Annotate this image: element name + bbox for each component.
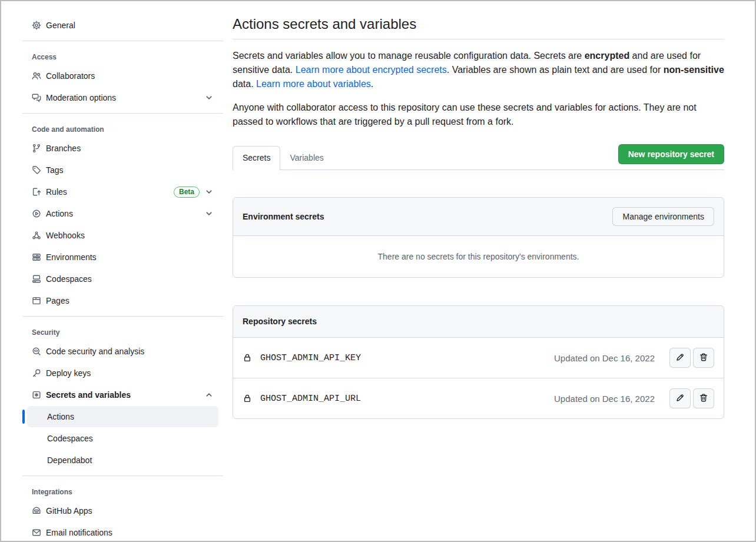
repository-settings-page: General Access Collaborators Moderation … [0, 0, 756, 542]
lock-icon [243, 353, 252, 363]
repository-secrets-header: Repository secrets [233, 306, 724, 337]
sidebar-item-codespaces[interactable]: Codespaces [27, 268, 218, 290]
sidebar-item-label: GitHub Apps [46, 505, 92, 517]
lock-icon [243, 394, 252, 403]
learn-more-variables-link[interactable]: Learn more about variables [256, 79, 371, 89]
pencil-icon [675, 353, 685, 364]
sidebar-item-label: Tags [46, 164, 64, 176]
secret-row-actions [669, 388, 714, 408]
sidebar-section-title-code-and-automation: Code and automation [22, 118, 223, 137]
delete-secret-button[interactable] [693, 348, 714, 368]
sidebar-item-label: Collaborators [46, 70, 95, 82]
sidebar-item-webhooks[interactable]: Webhooks [27, 225, 218, 246]
page-title: Actions secrets and variables [233, 15, 724, 39]
sidebar-item-label: Code security and analysis [46, 345, 144, 357]
codespaces-icon [32, 274, 41, 284]
beta-badge: Beta [174, 187, 200, 198]
sidebar-item-rules[interactable]: Rules Beta [27, 181, 218, 202]
git-branch-icon [32, 144, 41, 153]
sidebar-divider [22, 41, 223, 41]
key-icon [32, 368, 41, 378]
pencil-icon [675, 393, 685, 404]
environment-secrets-title: Environment secrets [243, 211, 324, 223]
repository-secrets-title: Repository secrets [243, 315, 317, 328]
sidebar-item-secrets-and-variables[interactable]: Secrets and variables [27, 384, 218, 405]
intro-text: data. [233, 79, 256, 89]
note-paragraph: Anyone with collaborator access to this … [233, 101, 724, 129]
sidebar-item-pages[interactable]: Pages [27, 290, 218, 311]
settings-sidebar: General Access Collaborators Moderation … [1, 1, 223, 541]
sidebar-item-moderation-options[interactable]: Moderation options [27, 87, 218, 108]
tag-icon [32, 165, 41, 175]
sidebar-item-code-security[interactable]: Code security and analysis [27, 341, 218, 362]
sidebar-item-label: Moderation options [46, 92, 116, 104]
environment-secrets-header: Environment secrets Manage environments [233, 198, 724, 235]
sidebar-section-title-security: Security [22, 321, 223, 340]
sidebar-item-actions[interactable]: Actions [27, 203, 218, 224]
intro-bold-non-sensitive: non-sensitive [664, 65, 724, 75]
intro-bold-encrypted: encrypted [585, 51, 629, 61]
chevron-down-icon [204, 93, 214, 102]
manage-environments-button[interactable]: Manage environments [612, 207, 714, 226]
chevron-down-icon [204, 187, 214, 197]
secret-row-actions [669, 348, 714, 368]
sidebar-item-collaborators[interactable]: Collaborators [27, 65, 218, 87]
sidebar-item-label: Email notifications [46, 527, 112, 538]
sidebar-item-label: Codespaces [46, 273, 92, 285]
browser-icon [32, 296, 41, 305]
sidebar-item-environments[interactable]: Environments [27, 247, 218, 268]
sidebar-divider [22, 476, 223, 476]
edit-secret-button[interactable] [669, 348, 691, 368]
tab-variables[interactable]: Variables [280, 147, 333, 169]
sidebar-item-general[interactable]: General [27, 15, 218, 36]
sidebar-item-label: Deploy keys [46, 367, 91, 379]
sidebar-item-label: General [46, 19, 75, 31]
hubot-icon [32, 506, 41, 516]
sidebar-item-label: Rules [46, 186, 67, 198]
environment-secrets-empty-message: There are no secrets for this repository… [233, 235, 724, 277]
sidebar-section-title-access: Access [22, 46, 223, 65]
chevron-up-icon [204, 390, 214, 400]
sidebar-subitem-codespaces[interactable]: Codespaces [27, 428, 218, 449]
secret-updated-date: Updated on Dec 16, 2022 [554, 394, 655, 404]
edit-secret-button[interactable] [669, 388, 691, 408]
main-content: Actions secrets and variables Secrets an… [223, 1, 755, 541]
environment-secrets-panel: Environment secrets Manage environments … [233, 197, 724, 278]
sidebar-divider [22, 316, 223, 317]
sidebar-item-label: Pages [46, 295, 69, 307]
secret-row: GHOST_ADMIN_API_URL Updated on Dec 16, 2… [233, 378, 724, 418]
sidebar-item-email-notifications[interactable]: Email notifications [27, 522, 218, 542]
chevron-down-icon [204, 209, 214, 218]
delete-secret-button[interactable] [693, 388, 714, 408]
sidebar-subitem-dependabot[interactable]: Dependabot [27, 450, 218, 471]
sidebar-divider [22, 113, 223, 114]
gear-icon [32, 21, 41, 30]
secrets-variables-tabnav: Secrets Variables New repository secret [233, 144, 724, 170]
sidebar-item-branches[interactable]: Branches [27, 138, 218, 159]
rules-icon [32, 187, 41, 197]
intro-text: . Variables are shown as plain text and … [447, 65, 664, 75]
play-icon [32, 209, 41, 218]
learn-more-encrypted-secrets-link[interactable]: Learn more about encrypted secrets [296, 65, 447, 75]
sidebar-item-label: Secrets and variables [46, 389, 131, 401]
secret-row: GHOST_ADMIN_API_KEY Updated on Dec 16, 2… [233, 337, 724, 378]
trash-icon [699, 353, 708, 364]
sidebar-item-github-apps[interactable]: GitHub Apps [27, 500, 218, 521]
sidebar-item-label: Actions [46, 208, 73, 220]
sidebar-section-title-integrations: Integrations [22, 481, 223, 500]
tab-secrets[interactable]: Secrets [233, 146, 280, 170]
sidebar-item-deploy-keys[interactable]: Deploy keys [27, 363, 218, 384]
intro-text: Secrets and variables allow you to manag… [233, 51, 585, 61]
sidebar-item-label: Webhooks [46, 230, 85, 241]
mail-icon [32, 528, 41, 537]
secret-updated-date: Updated on Dec 16, 2022 [554, 353, 655, 363]
sidebar-item-label: Environments [46, 251, 97, 263]
trash-icon [699, 393, 708, 404]
sidebar-item-label: Branches [46, 142, 81, 154]
webhook-icon [32, 231, 41, 240]
code-scan-icon [32, 347, 41, 356]
sidebar-item-tags[interactable]: Tags [27, 159, 218, 181]
sidebar-subitem-actions[interactable]: Actions [27, 406, 218, 427]
people-icon [32, 71, 41, 81]
new-repository-secret-button[interactable]: New repository secret [618, 144, 724, 164]
